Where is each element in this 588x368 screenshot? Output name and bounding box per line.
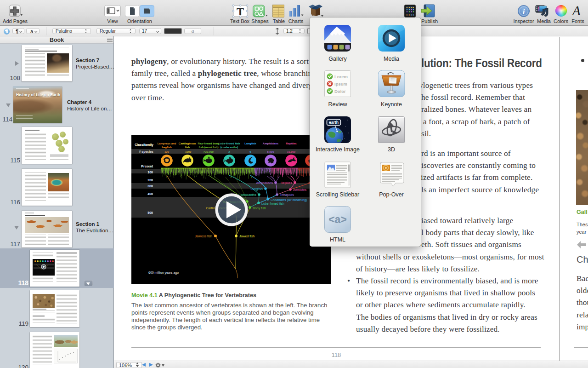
svg-text:Lungfish: Lungfish <box>244 142 256 145</box>
svg-text:5,500: 5,500 <box>267 150 274 153</box>
svg-text:Amphibians: Amphibians <box>263 142 279 145</box>
svg-text:Lorem: Lorem <box>334 74 348 79</box>
svg-text:(coelacanths): (coelacanths) <box>220 146 238 149</box>
svg-text:fish (most fish): fish (most fish) <box>199 146 219 149</box>
svg-text:Jawless fish: Jawless fish <box>195 235 212 238</box>
svg-text:Amphibians: Amphibians <box>256 181 273 185</box>
svg-text:Lobe-finned fish: Lobe-finned fish <box>261 202 284 205</box>
svg-text:i: i <box>523 7 525 16</box>
svg-text:earth: earth <box>329 120 339 125</box>
svg-text:300: 300 <box>147 184 153 188</box>
svg-text:Cartilaginous: Cartilaginous <box>179 142 197 145</box>
svg-text:fish: fish <box>185 146 190 149</box>
svg-text:# species: # species <box>139 150 153 154</box>
svg-text:100: 100 <box>147 171 153 174</box>
svg-text:Ray-finned bony: Ray-finned bony <box>198 142 220 145</box>
svg-text:Lampreys and: Lampreys and <box>158 142 176 145</box>
svg-text:120: 120 <box>164 150 170 153</box>
svg-text:Present: Present <box>141 165 153 168</box>
svg-text:Choanates (air breathing): Choanates (air breathing) <box>271 198 307 202</box>
svg-text:Tetrapods: Tetrapods <box>280 193 294 197</box>
svg-text:500: 500 <box>147 211 153 214</box>
svg-text:>30,000: >30,000 <box>204 150 214 153</box>
svg-text:hagfish: hagfish <box>162 146 172 149</box>
svg-text:<a>: <a> <box>328 213 347 225</box>
svg-text:400: 400 <box>147 192 153 196</box>
svg-text:Class/family: Class/family <box>135 143 153 147</box>
svg-text:10,000: 10,000 <box>287 150 296 153</box>
svg-text:Lobe-finned fish: Lobe-finned fish <box>219 142 240 145</box>
svg-text:200: 200 <box>147 178 153 182</box>
svg-text:Lungfish: Lungfish <box>251 187 263 191</box>
svg-text:Dolor: Dolor <box>334 89 346 94</box>
svg-text:Bony fish: Bony fish <box>253 207 266 210</box>
svg-text:Reptiles: Reptiles <box>286 142 297 145</box>
svg-text:600 million years ago: 600 million years ago <box>148 271 179 275</box>
svg-text:Jawed fish: Jawed fish <box>239 235 254 238</box>
svg-text:Amniotes: Amniotes <box>293 188 307 191</box>
svg-text:~1000: ~1000 <box>184 150 192 153</box>
svg-text:Ipsum: Ipsum <box>334 81 347 86</box>
svg-text:Reptiles: Reptiles <box>281 181 293 185</box>
